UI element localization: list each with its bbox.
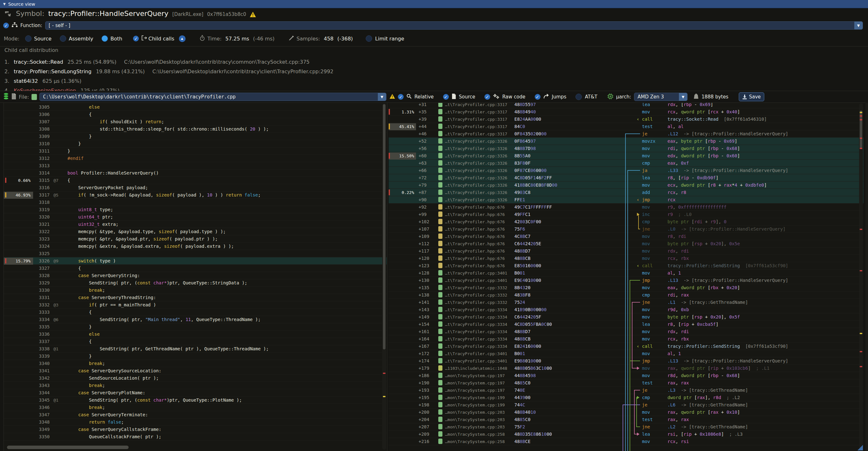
att-checkbox[interactable]: ✓ [576,94,582,100]
source-line-row[interactable]: 3334@6 SendString( ptr, "Main thread", 1… [4,316,387,323]
asm-instruction-row[interactable]: +117…t\TracyProfiler.hpp:676488BD7movrdx… [389,247,864,255]
source-vertical-scrollbar[interactable] [382,103,386,450]
child-call-item[interactable]: 3.stat64i32625 μs (1.36%) [4,76,868,86]
child-call-item[interactable]: 4.KeSynchronizeExecution125 μs (0.27%) [4,86,868,91]
asm-instruction-row[interactable]: +109…t\TracyProfiler.hpp:6764C8BC7movr8,… [389,233,864,240]
source-line-row[interactable]: 3316 ServerQueryPacket payload; [4,184,387,191]
source-horizontal-scrollbar[interactable] [7,446,129,449]
child-calls-checkbox[interactable]: ✓ [133,36,139,41]
source-line-row[interactable]: 3336 else [4,331,387,338]
asm-instruction-row[interactable]: +198…mon\TracySystem.cpp:199744Cje.L6 ->… [389,401,864,409]
asm-instruction-row[interactable]: +172…t\TracyProfiler.cpp:3401B001moval, … [389,350,864,357]
asm-instruction-row[interactable]: +200…mon\TracySystem.cpp:203488B4010movr… [389,409,864,416]
source-line-row[interactable]: 3309 } [4,133,387,140]
chevron-down-icon[interactable]: ▼ [854,22,863,29]
window-title-bar[interactable]: ▼ Source view [0,0,868,8]
source-line-row[interactable]: 3312#endif [4,155,387,162]
asm-instruction-row[interactable]: +141…t\TracyProfiler.cpp:33327524jne.L1 … [389,299,864,306]
asm-instruction-row[interactable]: +39…t\TracyProfiler.cpp:3317E824AA0000‹c… [389,116,864,123]
source-line-row[interactable]: 3308 std::this_thread::sleep_for( std::c… [4,125,387,133]
asm-instruction-row[interactable]: +190…mon\TracySystem.cpp:1974885C0testra… [389,379,864,387]
source-line-row[interactable]: 3339 } [4,353,387,360]
collapse-up-button[interactable]: ▲ [179,35,186,42]
source-line-row[interactable]: 3340 break; [4,360,387,367]
resize-grip-icon[interactable] [858,445,863,450]
source-line-row[interactable]: 3310 } [4,140,387,147]
file-select[interactable]: C:\Users\wolf\Desktop\darkrl\contrib\tra… [39,93,386,101]
asm-instruction-row[interactable]: +179…1103\include\atomic:1048488B05B63C1… [389,365,864,372]
source-line-row[interactable]: 3331 case ServerQueryThreadString: [4,294,387,301]
source-line-row[interactable]: 3341 case ServerQuerySourceLocation: [4,367,387,374]
source-line-row[interactable]: 3328 case ServerQueryString: [4,272,387,279]
asm-instruction-row[interactable]: +161…t\TracyProfiler.cpp:3334488BD7movrd… [389,328,864,335]
pane-divider[interactable] [387,102,388,451]
function-checkbox[interactable]: ✓ [3,23,9,28]
asm-instruction-row[interactable]: +46…t\TracyProfiler.cpp:33170F8435020000… [389,130,864,138]
asm-instruction-row[interactable]: +209…mon\TracySystem.cpp:258488D35E88610… [389,431,864,438]
asm-instruction-row[interactable]: +207…mon\TracySystem.cpp:20375F2jne.L2 -… [389,423,864,431]
source-line-row[interactable]: 3344 case ServerQueryPlotName: [4,389,387,396]
source-line-row[interactable]: 3346 break; [4,404,387,411]
asm-instruction-row[interactable]: +135…t\TracyProfiler.cpp:33328B4320movea… [389,284,864,292]
asm-instruction-row[interactable]: +63…t\TracyProfiler.cpp:332683F80Fcmpeax… [389,159,864,167]
asm-instruction-row[interactable]: +107…t\TracyProfiler.hpp:67675F6jne.L0 -… [389,226,864,233]
asm-instruction-row[interactable]: +216…mon\TracySystem.cpp:258488BCEmovrcx… [389,438,864,445]
asm-instruction-row[interactable]: +130…t\TracyProfiler.cpp:3401E9E4010000j… [389,277,864,284]
source-line-row[interactable]: 3350 QueueCallstackFrame( ptr ); [4,433,387,441]
relative-checkbox[interactable]: ✓ [398,94,404,100]
source-line-row[interactable]: 3323 memcpy( &ptr, &payload.ptr, sizeof(… [4,235,387,243]
save-button[interactable]: Save [739,92,764,101]
source-line-row[interactable]: 3319 uint8_t type; [4,206,387,213]
source-line-row[interactable]: 3320 uint64_t ptr; [4,213,387,221]
child-call-item[interactable]: 2.tracy::Profiler::SendLongString19.88 m… [4,66,868,76]
source-line-row[interactable]: 3322 memcpy( &type, &payload.type, sizeo… [4,228,387,235]
source-line-row[interactable]: 3307 if( shouldExit ) return; [4,118,387,125]
radio-assembly[interactable] [60,35,66,42]
source-checkbox[interactable]: ✓ [443,94,449,100]
source-line-row[interactable]: 3347 case ServerQueryTerminate: [4,411,387,419]
source-line-row[interactable]: 15.79%3326@9 switch( type ) [4,257,387,265]
source-line-row[interactable]: 3343 break; [4,382,387,389]
source-line-row[interactable]: 3329 SendString( ptr, (const char*)ptr, … [4,279,387,287]
source-line-row[interactable]: 3349 case ServerQueryCallstackFrame: [4,426,387,433]
asm-instruction-row[interactable]: +154…t\TracyProfiler.cpp:33344C8D055FBA0… [389,321,864,328]
asm-instruction-row[interactable]: +204…mon\TracySystem.cpp:2034885C0testra… [389,416,864,423]
asm-instruction-row[interactable]: +72…t\TracyProfiler.cpp:33264C8D05F146F2… [389,174,864,182]
source-line-row[interactable]: 3305 else [4,103,387,111]
source-line-row[interactable]: 3306 { [4,111,387,118]
asm-instruction-row[interactable]: +167…t\TracyProfiler.cpp:3334E824160000‹… [389,343,864,350]
asm-instruction-row[interactable]: +79…t\TracyProfiler.cpp:3326418B8C80E0BF… [389,182,864,189]
source-line-row[interactable]: 3330 break; [4,287,387,294]
jumps-checkbox[interactable]: ✓ [535,94,540,100]
source-line-row[interactable]: 3333 { [4,309,387,316]
source-line-row[interactable]: 3348 return false; [4,419,387,426]
asm-instruction-row[interactable]: +143…t\TracyProfiler.cpp:333441B90B00000… [389,306,864,313]
source-line-row[interactable]: 0.66%3315@7{ [4,177,387,184]
source-line-row[interactable]: 3318 [4,199,387,206]
asm-instruction-row[interactable]: +149…t\TracyProfiler.cpp:3334C64424205Fm… [389,313,864,321]
asm-instruction-row[interactable]: +56…t\TracyProfiler.cpp:3326488B7D98movr… [389,145,864,152]
source-line-row[interactable]: 3321 uint32_t extra; [4,221,387,228]
collapse-triangle-icon[interactable]: ▼ [3,2,6,6]
source-line-row[interactable]: 3311} [4,147,387,155]
source-line-row[interactable]: 3338@1 SendString( ptr, GetThreadName( p… [4,345,387,353]
assembly-vertical-scrollbar[interactable] [859,103,863,450]
asm-instruction-row[interactable]: +52…t\TracyProfiler.cpp:33260FB64597movz… [389,138,864,145]
source-line-row[interactable]: 3327 { [4,265,387,272]
asm-instruction-row[interactable]: +92…t\TracyProfiler.hpp:67649C7C1FFFFFFF… [389,204,864,211]
asm-instruction-row[interactable]: +66…t\TracyProfiler.cpp:33260F87CE060000… [389,167,864,174]
source-line-row[interactable]: 3324 memcpy( &extra, &payload.extra, siz… [4,243,387,250]
asm-instruction-row[interactable]: +112…t\TracyProfiler.hpp:676C64424205Emo… [389,240,864,247]
asm-instruction-row[interactable]: +193…mon\TracySystem.cpp:197740Eje.L3 ->… [389,387,864,394]
function-select[interactable]: [ - self - ] ▼ [45,21,863,30]
asm-instruction-row[interactable]: +120…t\TracyProfiler.hpp:676488BCBmovrcx… [389,255,864,262]
raw-code-checkbox[interactable]: ✓ [485,94,490,100]
source-line-row[interactable]: 3345@1 SendString( ptr, (const char*)ptr… [4,396,387,404]
asm-instruction-row[interactable]: +174…t\TracyProfiler.cpp:3401E9B8010000j… [389,357,864,365]
child-call-item[interactable]: 1.tracy::Socket::Read25.25 ms (54.89%)C:… [4,57,868,66]
source-line-row[interactable]: 3342 SendSourceLocation( ptr ); [4,374,387,382]
asm-instruction-row[interactable]: +128…t\TracyProfiler.cpp:3401B001moval, … [389,269,864,277]
asm-instruction-row[interactable]: +186…mon\TracySystem.cpp:197448B4598movr… [389,372,864,379]
asm-instruction-row[interactable]: 1.31%+35…t\TracyProfiler.cpp:3317488B494… [389,108,864,116]
asm-instruction-row[interactable]: +164…t\TracyProfiler.cpp:3334488BCBmovrc… [389,335,864,343]
